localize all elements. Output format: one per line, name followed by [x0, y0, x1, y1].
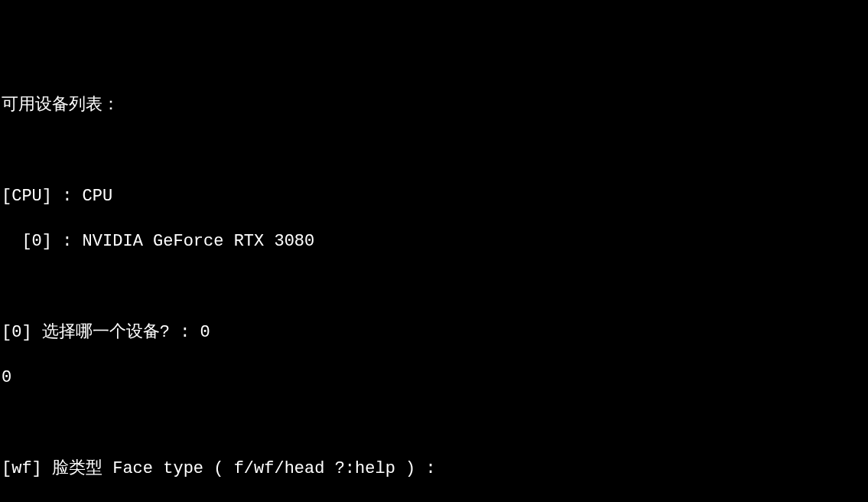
terminal-output[interactable]: 可用设备列表： [CPU] : CPU [0] : NVIDIA GeForce… [2, 94, 866, 502]
device-list-header: 可用设备列表： [2, 94, 866, 117]
prompt-select-device: [0] 选择哪一个设备? : 0 [2, 321, 866, 344]
device-cpu-entry: [CPU] : CPU [2, 185, 866, 208]
prompt-face-type: [wf] 脸类型 Face type ( f/wf/head ?:help ) … [2, 458, 866, 481]
device-gpu-entry: [0] : NVIDIA GeForce RTX 3080 [2, 230, 866, 253]
blank-line [2, 275, 866, 298]
blank-line [2, 412, 866, 435]
input-select-device: 0 [2, 367, 866, 390]
blank-line [2, 139, 866, 162]
